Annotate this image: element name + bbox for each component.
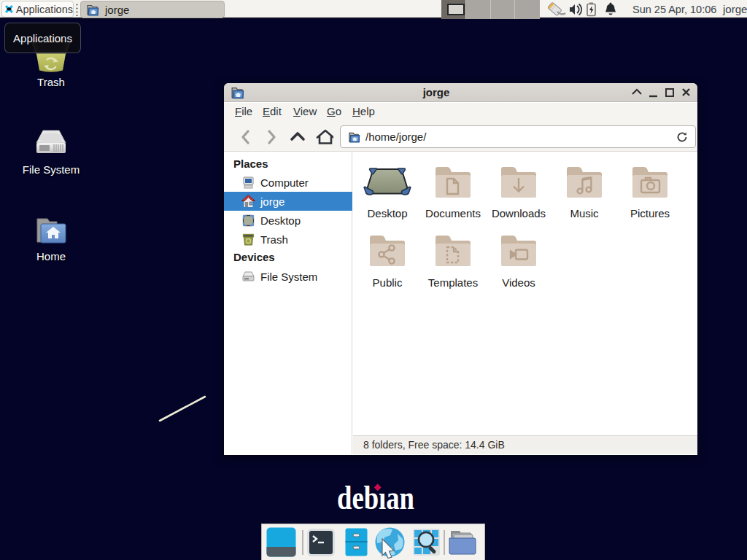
svg-text:Documents: Documents — [425, 207, 481, 219]
svg-text:Music: Music — [570, 207, 599, 219]
svg-text:Public: Public — [373, 276, 403, 289]
svg-text:Pictures: Pictures — [630, 207, 670, 219]
svg-text:Downloads: Downloads — [492, 207, 546, 219]
svg-text:Videos: Videos — [502, 276, 535, 289]
svg-text:Templates: Templates — [428, 276, 478, 289]
svg-text:Desktop: Desktop — [367, 207, 407, 219]
